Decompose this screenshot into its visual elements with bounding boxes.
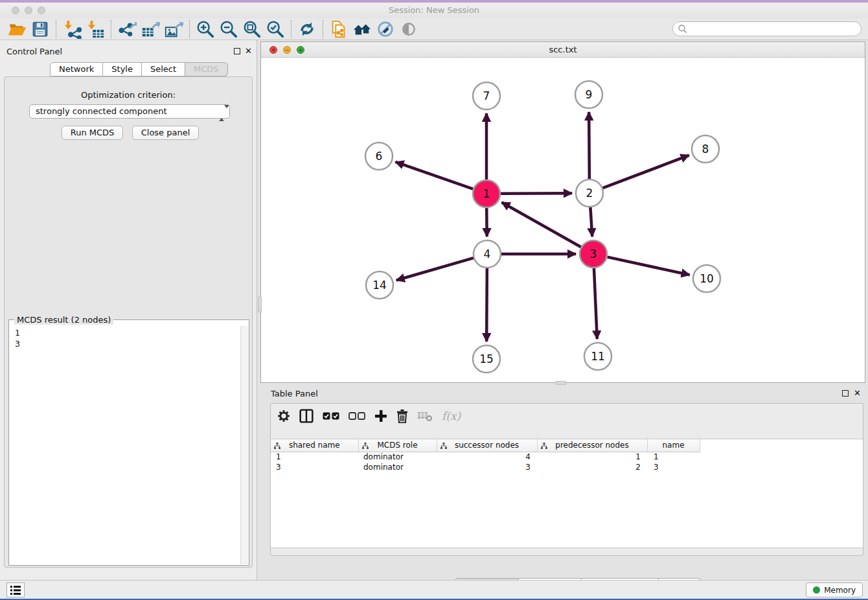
table-panel: Table Panel ✕ f(x) shared name [266, 386, 868, 575]
node-table: shared name MCDS role successor nodes pr… [271, 439, 700, 472]
column-sort-icon [541, 443, 547, 449]
status-bar: Memory [0, 580, 868, 599]
mcds-result-title: MCDS result (2 nodes) [14, 315, 113, 325]
table-cell: 1 [537, 452, 647, 462]
table-row[interactable]: 3dominator323 [271, 462, 700, 472]
search-input[interactable] [690, 23, 856, 35]
table-panel-float-button[interactable] [842, 390, 849, 397]
column-header-shared-name[interactable]: shared name [271, 439, 358, 452]
style-toggle-button[interactable] [374, 19, 397, 40]
import-table-icon [86, 19, 105, 39]
export-table-button[interactable] [139, 19, 162, 40]
node-table-body: 1dominator4113dominator323 [271, 452, 700, 472]
node-table-wrap: shared name MCDS role successor nodes pr… [271, 439, 863, 548]
refresh-button[interactable] [295, 19, 319, 40]
home-button[interactable] [350, 19, 374, 40]
memory-button[interactable]: Memory [806, 583, 863, 597]
column-header-predecessor-nodes[interactable]: predecessor nodes [537, 439, 647, 452]
delete-table-button table-x-icon[interactable] [417, 410, 433, 422]
zoom-in-icon [196, 19, 215, 39]
graph-edge-2-8[interactable] [603, 156, 689, 189]
export-image-icon [164, 19, 183, 39]
graph-edge-3-11[interactable] [594, 268, 597, 339]
zoom-selected-icon [266, 19, 285, 39]
deselect-all-button unchecked-boxes-icon[interactable] [348, 411, 365, 421]
control-panel-close-button[interactable]: ✕ [245, 47, 252, 55]
tab-mcds[interactable]: MCDS [185, 62, 228, 76]
column-header-mcds-role[interactable]: MCDS role [358, 439, 437, 452]
zoom-fit-button[interactable] [240, 19, 264, 40]
graph-node-label: 7 [483, 89, 490, 102]
zoom-out-button[interactable] [217, 19, 240, 40]
network-window-title: scc.txt [261, 45, 865, 54]
control-panel-tabs: Network Style Select MCDS [50, 62, 228, 76]
graph-edge-1-6[interactable] [395, 162, 473, 189]
table-toolbar: f(x) [277, 409, 461, 423]
import-network-button[interactable] [60, 19, 84, 40]
import-table-button[interactable] [84, 19, 107, 40]
table-row[interactable]: 1dominator411 [271, 452, 700, 462]
graph-node-label: 10 [700, 272, 714, 285]
graph-edge-2-9[interactable] [589, 112, 589, 179]
zoom-out-icon [219, 19, 238, 39]
column-header-name[interactable]: name [647, 439, 700, 452]
graph-node-label: 1 [483, 187, 490, 200]
search-field[interactable] [672, 21, 862, 36]
show-columns-button columns-icon[interactable] [299, 409, 314, 423]
graph-edge-2-3[interactable] [590, 207, 592, 237]
control-panel-float-button[interactable] [234, 48, 240, 54]
tab-style[interactable]: Style [103, 62, 142, 76]
network-window-titlebar[interactable]: ✕ − + scc.txt [261, 42, 865, 58]
open-session-button[interactable] [5, 19, 29, 40]
save-session-button[interactable] [29, 19, 52, 40]
export-network-button[interactable] [115, 19, 139, 40]
export-table-icon [141, 19, 160, 39]
import-network-icon [62, 19, 82, 39]
tab-select[interactable]: Select [142, 62, 185, 76]
copy-network-button[interactable] [327, 19, 350, 40]
network-canvas[interactable]: 1234678910111415 [261, 58, 865, 382]
eye-button[interactable] [397, 19, 420, 40]
window-title: Session: New Session [0, 5, 868, 15]
tab-network[interactable]: Network [50, 62, 103, 76]
open-folder-icon [7, 19, 27, 39]
table-panel-close-button[interactable]: ✕ [854, 389, 861, 397]
graph-edge-3-1[interactable] [502, 202, 581, 247]
table-settings-button gear-icon[interactable] [277, 410, 290, 422]
graph-edge-4-15[interactable] [486, 268, 487, 341]
graph-edge-4-14[interactable] [396, 258, 474, 280]
zoom-in-button[interactable] [194, 19, 217, 40]
table-cell: 4 [437, 452, 537, 462]
zoom-selected-button[interactable] [264, 19, 287, 40]
memory-label: Memory [824, 586, 856, 595]
task-history-button[interactable] [6, 583, 25, 597]
horizontal-splitter-grip[interactable] [556, 381, 566, 385]
run-mcds-button[interactable]: Run MCDS [62, 126, 123, 140]
optimization-criterion-select[interactable]: strongly connected component [29, 104, 230, 119]
network-window: ✕ − + scc.txt 1234678910111415 [260, 41, 865, 383]
export-image-button[interactable] [162, 19, 185, 40]
add-column-button plus-icon[interactable] [374, 410, 387, 422]
export-network-icon [117, 19, 137, 39]
graph-node-label: 9 [586, 88, 593, 101]
result-scrollbar[interactable] [240, 326, 248, 564]
table-cell: 3 [271, 462, 358, 472]
column-sort-icon [440, 443, 447, 449]
save-floppy-icon [31, 20, 49, 38]
mcds-result-text[interactable]: 1 3 [10, 326, 240, 564]
close-panel-button[interactable]: Close panel [132, 126, 199, 140]
refresh-icon [298, 20, 316, 38]
function-builder-button fx-icon[interactable]: f(x) [442, 410, 461, 422]
control-panel-title: Control Panel [6, 47, 62, 56]
select-all-button checked-boxes-icon[interactable] [323, 411, 339, 421]
graph-node-label: 6 [376, 150, 383, 163]
graph-edge-1-2[interactable] [501, 193, 572, 194]
delete-column-button trash-icon[interactable] [396, 410, 408, 423]
column-sort-icon [274, 443, 280, 449]
column-header-successor-nodes[interactable]: successor nodes [437, 439, 537, 452]
graph-node-label: 4 [484, 248, 491, 260]
graph-edge-3-10[interactable] [607, 257, 689, 275]
vertical-splitter-grip[interactable] [258, 297, 262, 312]
home-houses-icon [352, 19, 372, 39]
toolbar-separator [323, 20, 323, 38]
